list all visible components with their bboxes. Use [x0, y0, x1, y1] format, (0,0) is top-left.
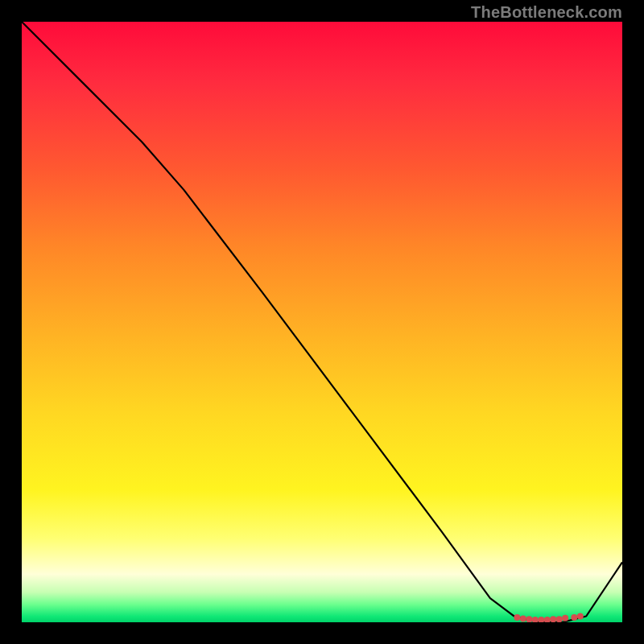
marker-dot [556, 616, 563, 622]
chart-overlay [22, 22, 622, 622]
watermark-text: TheBottleneck.com [471, 3, 622, 22]
marker-dot [520, 616, 526, 622]
marker-dot [538, 617, 544, 622]
marker-cluster [514, 613, 583, 623]
marker-dot [571, 614, 577, 621]
marker-dot [526, 616, 532, 622]
marker-dot [544, 617, 551, 622]
marker-dot [514, 614, 520, 621]
marker-dot [577, 613, 584, 620]
marker-dot [550, 616, 556, 622]
marker-dot [562, 615, 568, 621]
data-curve [22, 22, 622, 622]
plot-area [22, 22, 622, 622]
chart-frame: TheBottleneck.com [0, 0, 644, 644]
marker-dot [532, 617, 539, 622]
